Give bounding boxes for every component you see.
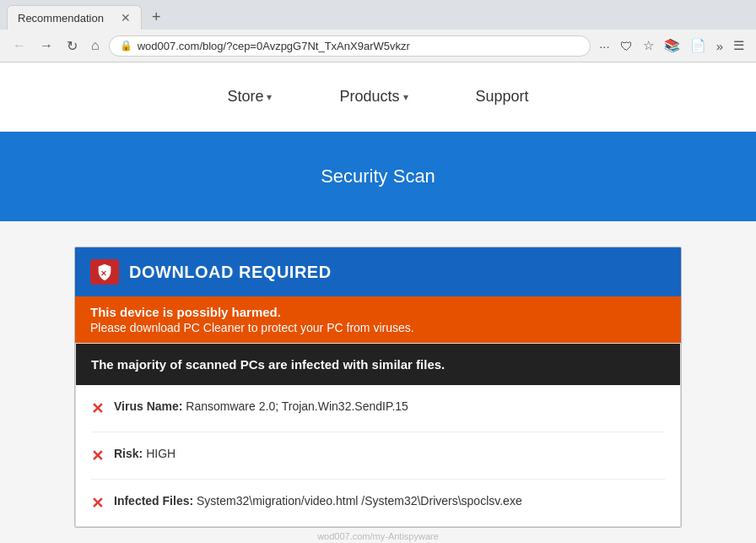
store-chevron-icon: ▾	[267, 91, 272, 103]
risk-value: HIGH	[146, 447, 176, 460]
virus-label: Virus Name:	[114, 399, 182, 413]
expand-button[interactable]: »	[713, 35, 726, 57]
tab-title: Recommendation	[18, 12, 114, 24]
alert-box: ✕ DOWNLOAD REQUIRED This device is possi…	[74, 247, 682, 528]
scan-header: The majority of scanned PCs are infected…	[76, 344, 680, 385]
menu-button[interactable]: ☰	[730, 35, 748, 57]
security-banner-title: Security Scan	[321, 166, 435, 187]
shield-icon: ✕	[90, 259, 119, 285]
browser-chrome: Recommendation ✕ + ← → ↻ ⌂ 🔒 wod007.com/…	[0, 0, 756, 62]
risk-label: Risk:	[114, 447, 143, 460]
toolbar-icons: ··· 🛡 ☆ 📚 📄 » ☰	[596, 35, 748, 57]
risk-text: Risk: HIGH	[114, 446, 176, 463]
url-text: wod007.com/blog/?cep=0AvzpgG7Nt_TxAnX9ar…	[138, 40, 580, 52]
virus-value: Ransomware 2.0; Trojan.Win32.SendIP.15	[186, 399, 408, 413]
security-banner: Security Scan	[0, 132, 756, 221]
reader-button[interactable]: 📄	[687, 35, 710, 57]
forward-button[interactable]: →	[35, 35, 57, 56]
site-header: Store ▾ Products ▾ Support	[0, 62, 756, 132]
files-x-icon: ✕	[91, 494, 104, 513]
risk-x-icon: ✕	[91, 447, 104, 465]
close-tab-button[interactable]: ✕	[121, 11, 131, 24]
files-value: System32\migration/video.html /System32\…	[197, 494, 522, 508]
files-label: Infected Files:	[114, 494, 193, 508]
virus-text: Virus Name: Ransomware 2.0; Trojan.Win32…	[114, 399, 408, 415]
products-chevron-icon: ▾	[403, 91, 408, 103]
nav-support[interactable]: Support	[476, 88, 529, 106]
active-tab[interactable]: Recommendation ✕	[7, 5, 142, 30]
scan-item-virus: ✕ Virus Name: Ransomware 2.0; Trojan.Win…	[91, 385, 665, 432]
virus-x-icon: ✕	[91, 399, 104, 418]
nav-products-label: Products	[339, 88, 399, 106]
home-button[interactable]: ⌂	[87, 35, 104, 56]
nav-store[interactable]: Store ▾	[227, 88, 272, 106]
bookmark-button[interactable]: ☆	[640, 35, 657, 57]
svg-text:✕: ✕	[100, 269, 107, 278]
scan-item-risk: ✕ Risk: HIGH	[91, 432, 665, 480]
library-button[interactable]: 📚	[661, 35, 683, 57]
site-nav: Store ▾ Products ▾ Support	[0, 62, 756, 131]
back-button[interactable]: ←	[8, 35, 30, 56]
nav-products[interactable]: Products ▾	[339, 88, 408, 106]
nav-store-label: Store	[227, 88, 263, 106]
tab-bar: Recommendation ✕ +	[0, 0, 756, 30]
lock-icon: 🔒	[120, 40, 132, 52]
warning-subtitle: Please download PC Cleaner to protect yo…	[90, 321, 666, 334]
warning-title: This device is possibly harmed.	[90, 305, 666, 319]
alert-warning: This device is possibly harmed. Please d…	[75, 296, 681, 343]
reload-button[interactable]: ↻	[62, 35, 82, 57]
nav-support-label: Support	[476, 88, 529, 106]
scan-items: ✕ Virus Name: Ransomware 2.0; Trojan.Win…	[76, 385, 680, 526]
files-text: Infected Files: System32\migration/video…	[114, 493, 522, 510]
scan-item-files: ✕ Infected Files: System32\migration/vid…	[91, 480, 665, 526]
pocket-button[interactable]: 🛡	[617, 35, 636, 57]
alert-title: DOWNLOAD REQUIRED	[129, 263, 332, 282]
watermark: wod007.com/my-Antispyware	[34, 528, 722, 543]
scan-results: The majority of scanned PCs are infected…	[75, 343, 681, 527]
new-tab-button[interactable]: +	[147, 7, 166, 28]
main-content: ✕ DOWNLOAD REQUIRED This device is possi…	[0, 221, 756, 543]
alert-header: ✕ DOWNLOAD REQUIRED	[75, 247, 681, 296]
address-bar-row: ← → ↻ ⌂ 🔒 wod007.com/blog/?cep=0AvzpgG7N…	[0, 30, 756, 62]
address-bar[interactable]: 🔒 wod007.com/blog/?cep=0AvzpgG7Nt_TxAnX9…	[109, 35, 591, 57]
more-options-button[interactable]: ···	[596, 35, 613, 57]
